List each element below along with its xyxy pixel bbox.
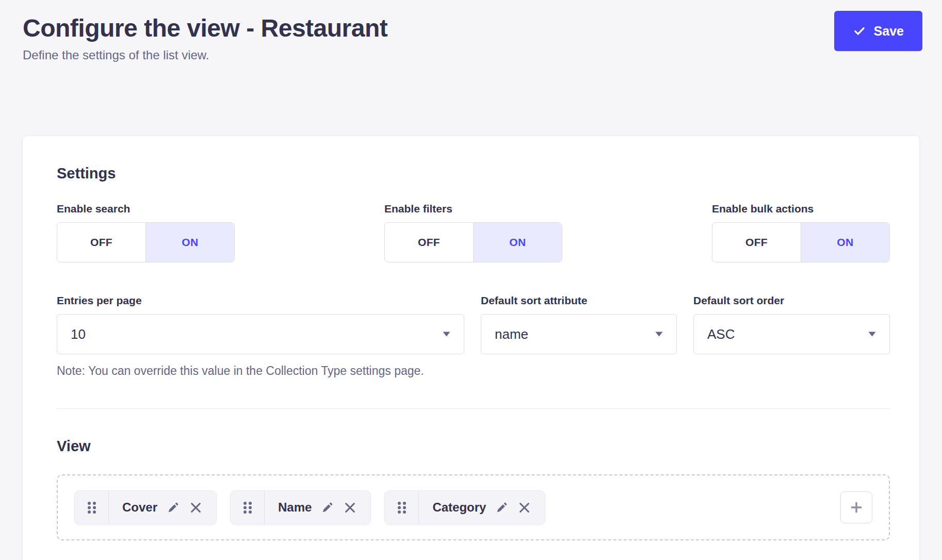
check-icon	[853, 24, 866, 38]
view-heading: View	[57, 438, 890, 455]
toggle-row: Enable search OFF ON Enable filters OFF …	[57, 203, 890, 262]
field-chip-cover: Cover	[74, 490, 217, 524]
page-header: Configure the view - Restaurant Define t…	[0, 0, 942, 63]
enable-filters-label: Enable filters	[384, 203, 562, 215]
field-chip-name: Name	[230, 490, 371, 524]
close-icon[interactable]	[189, 501, 203, 515]
enable-filters-field: Enable filters OFF ON	[384, 203, 562, 262]
add-field-button[interactable]	[840, 491, 872, 523]
drag-handle-icon[interactable]	[385, 491, 419, 524]
default-sort-attribute-select[interactable]: name	[481, 314, 677, 354]
field-drop-zone: Cover Name	[57, 474, 890, 540]
settings-card: Settings Enable search OFF ON Enable fil…	[23, 136, 919, 560]
chip-body: Category	[419, 491, 545, 524]
enable-bulk-actions-off-option[interactable]: OFF	[712, 223, 801, 262]
select-row: Entries per page 10 Note: You can overri…	[57, 294, 890, 390]
enable-filters-toggle: OFF ON	[384, 222, 562, 262]
enable-search-on-option[interactable]: ON	[145, 223, 234, 262]
page-title: Configure the view - Restaurant	[23, 13, 919, 43]
enable-search-label: Enable search	[57, 203, 235, 215]
entries-per-page-select[interactable]: 10	[57, 314, 464, 354]
close-icon[interactable]	[343, 501, 357, 515]
pencil-icon[interactable]	[495, 501, 508, 514]
chip-label: Cover	[122, 500, 157, 515]
page-subtitle: Define the settings of the list view.	[23, 47, 919, 63]
chevron-down-icon	[655, 332, 663, 337]
chevron-down-icon	[868, 332, 876, 337]
chip-body: Name	[265, 491, 370, 524]
enable-bulk-actions-on-option[interactable]: ON	[801, 223, 889, 262]
default-sort-order-select[interactable]: ASC	[693, 314, 890, 354]
default-sort-order-label: Default sort order	[693, 294, 890, 307]
chip-body: Cover	[109, 491, 216, 524]
section-divider	[57, 408, 890, 409]
enable-search-toggle: OFF ON	[57, 222, 235, 262]
entries-per-page-value: 10	[71, 326, 86, 342]
default-sort-attribute-value: name	[495, 326, 528, 342]
entries-per-page-note: Note: You can override this value in the…	[57, 364, 464, 378]
pencil-icon[interactable]	[321, 501, 334, 514]
settings-heading: Settings	[57, 165, 890, 182]
plus-icon	[848, 499, 865, 516]
default-sort-attribute-label: Default sort attribute	[481, 294, 677, 307]
chevron-down-icon	[443, 332, 450, 337]
enable-filters-on-option[interactable]: ON	[473, 223, 562, 262]
field-chip-category: Category	[384, 490, 545, 524]
enable-filters-off-option[interactable]: OFF	[385, 223, 473, 262]
enable-bulk-actions-label: Enable bulk actions	[712, 203, 890, 215]
close-icon[interactable]	[517, 501, 531, 515]
pencil-icon[interactable]	[167, 501, 180, 514]
save-button[interactable]: Save	[834, 11, 922, 51]
entries-per-page-field: Entries per page 10 Note: You can overri…	[57, 294, 464, 390]
default-sort-order-field: Default sort order ASC	[693, 294, 890, 354]
save-button-label: Save	[874, 24, 904, 39]
enable-bulk-actions-field: Enable bulk actions OFF ON	[712, 203, 890, 262]
drag-handle-icon[interactable]	[231, 491, 265, 524]
default-sort-order-value: ASC	[707, 326, 735, 342]
drag-handle-icon[interactable]	[75, 491, 109, 524]
default-sort-attribute-field: Default sort attribute name	[481, 294, 677, 354]
entries-per-page-label: Entries per page	[57, 294, 464, 307]
chip-label: Name	[278, 500, 312, 515]
chip-label: Category	[432, 500, 486, 515]
enable-bulk-actions-toggle: OFF ON	[712, 222, 890, 262]
enable-search-off-option[interactable]: OFF	[57, 223, 145, 262]
enable-search-field: Enable search OFF ON	[57, 203, 235, 262]
